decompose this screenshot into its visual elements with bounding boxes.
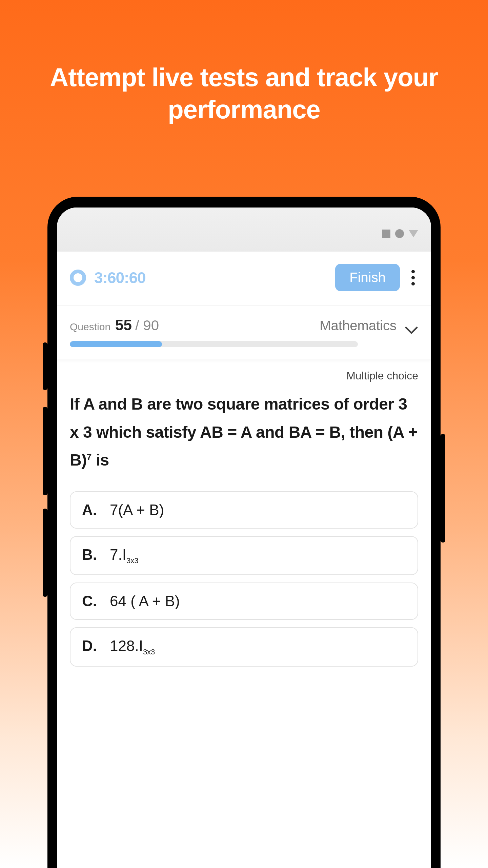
finish-button[interactable]: Finish xyxy=(335,264,400,291)
option-text: 7(A + B) xyxy=(110,501,164,518)
phone-side-button xyxy=(43,509,47,597)
hero-title: Attempt live tests and track your perfor… xyxy=(0,0,488,125)
status-icon xyxy=(382,230,390,238)
chevron-down-icon[interactable] xyxy=(405,326,418,335)
question-text: If A and B are two square matrices of or… xyxy=(70,390,418,474)
phone-screen: 3:60:60 Finish Question 55 / 90 Mathemat… xyxy=(57,208,431,868)
question-progress-panel: Question 55 / 90 Mathematics xyxy=(57,306,431,359)
question-number-total: / 90 xyxy=(135,317,159,334)
phone-side-button xyxy=(43,407,47,495)
option-letter: C. xyxy=(82,593,98,610)
answer-option-a[interactable]: A. 7(A + B) xyxy=(70,491,418,529)
answer-option-c[interactable]: C. 64 ( A + B) xyxy=(70,583,418,620)
status-icon xyxy=(395,229,404,238)
answer-option-d[interactable]: D. 128.I3x3 xyxy=(70,627,418,667)
question-number-current: 55 xyxy=(115,317,132,334)
progress-bar xyxy=(70,341,358,347)
test-header: 3:60:60 Finish xyxy=(57,252,431,306)
option-letter: B. xyxy=(82,546,98,563)
status-icon xyxy=(409,230,418,237)
android-status-bar xyxy=(57,208,431,252)
option-text: 128.I3x3 xyxy=(110,637,155,656)
option-text: 64 ( A + B) xyxy=(110,593,180,610)
answer-option-b[interactable]: B. 7.I3x3 xyxy=(70,536,418,575)
more-menu-button[interactable] xyxy=(408,270,418,285)
option-text: 7.I3x3 xyxy=(110,546,138,565)
phone-mockup-frame: 3:60:60 Finish Question 55 / 90 Mathemat… xyxy=(47,197,441,868)
question-label: Question xyxy=(70,321,110,333)
progress-bar-fill xyxy=(70,341,162,347)
option-letter: A. xyxy=(82,501,98,518)
timer-value: 3:60:60 xyxy=(94,269,327,287)
timer-icon xyxy=(70,270,86,286)
answer-options: A. 7(A + B) B. 7.I3x3 C. 64 ( A + B) D. … xyxy=(70,491,418,667)
question-type-label: Multiple choice xyxy=(70,370,418,382)
question-card: Multiple choice If A and B are two squar… xyxy=(57,359,431,680)
phone-side-button xyxy=(441,434,445,542)
option-letter: D. xyxy=(82,637,98,654)
phone-side-button xyxy=(43,342,47,390)
subject-label[interactable]: Mathematics xyxy=(320,318,396,333)
